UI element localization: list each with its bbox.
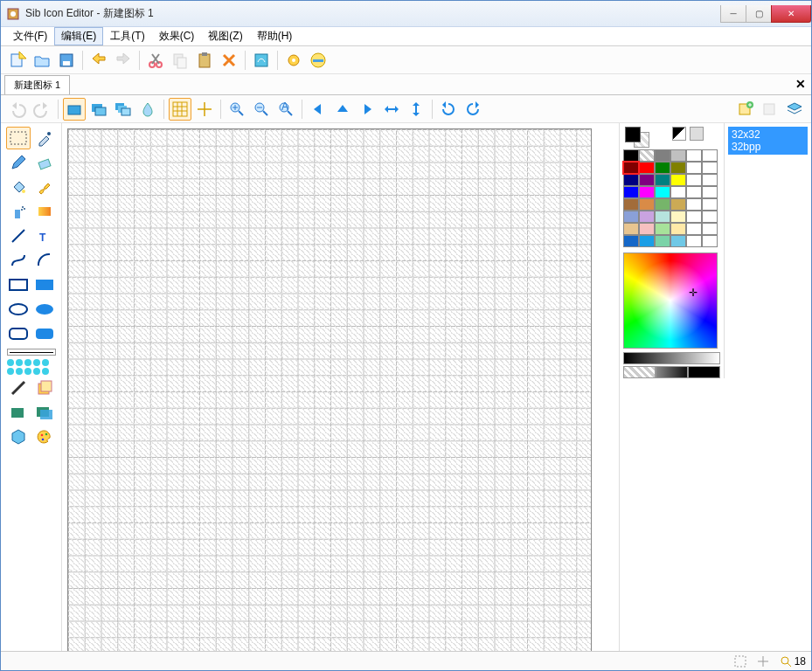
- droplet-icon[interactable]: [136, 98, 159, 121]
- menu-view[interactable]: 视图(Z): [201, 27, 249, 45]
- color-swatch[interactable]: [639, 186, 655, 198]
- color-swatch[interactable]: [670, 211, 686, 223]
- color-swatch[interactable]: [670, 198, 686, 211]
- tab-close-icon[interactable]: ✕: [795, 77, 806, 91]
- tool-arc[interactable]: [32, 249, 57, 272]
- tool-line[interactable]: [6, 225, 31, 247]
- pixel-canvas[interactable]: [67, 128, 592, 651]
- tool-crop1[interactable]: [6, 401, 31, 424]
- zoom-out-icon[interactable]: [250, 98, 273, 121]
- color-swatch[interactable]: [702, 198, 718, 211]
- color-swatch[interactable]: [623, 162, 639, 174]
- color-swatch[interactable]: [655, 235, 670, 247]
- color-swatch[interactable]: [702, 186, 718, 198]
- import-icon[interactable]: [87, 49, 110, 72]
- format-item[interactable]: 32x32 32bpp: [728, 127, 808, 155]
- alpha-slider[interactable]: [623, 366, 720, 378]
- crosshair-icon[interactable]: [193, 98, 216, 121]
- tool-roundrect-outline[interactable]: [6, 322, 31, 345]
- settings-icon[interactable]: [282, 49, 305, 72]
- color-swatch[interactable]: [686, 235, 702, 247]
- tool-select-rect[interactable]: [6, 127, 31, 149]
- arrow-left-icon[interactable]: [307, 98, 330, 121]
- color-swatch[interactable]: [702, 149, 718, 162]
- zoom-fit-icon[interactable]: A: [274, 98, 297, 121]
- color-swatch[interactable]: [670, 223, 686, 235]
- tool-palette[interactable]: [32, 425, 57, 448]
- arrow-horiz-icon[interactable]: [380, 98, 403, 121]
- color-swatch[interactable]: [686, 162, 702, 174]
- color-swatch[interactable]: [686, 149, 702, 162]
- color-swatch[interactable]: [639, 149, 655, 162]
- tool-ellipse-outline[interactable]: [6, 298, 31, 321]
- menu-tools[interactable]: 工具(T): [103, 27, 151, 45]
- color-swatch[interactable]: [655, 223, 670, 235]
- cut-icon[interactable]: [144, 49, 167, 72]
- line-width-selector[interactable]: [7, 349, 56, 356]
- color-spectrum[interactable]: ✛: [623, 252, 718, 349]
- color-swatch[interactable]: [623, 186, 639, 198]
- tool-rect-filled[interactable]: [32, 273, 57, 296]
- color-swatch[interactable]: [670, 149, 686, 162]
- color-swatch[interactable]: [655, 149, 670, 162]
- tool-roundrect-filled[interactable]: [32, 322, 57, 345]
- tool-pencil[interactable]: [6, 151, 31, 174]
- color-swatch[interactable]: [655, 174, 670, 186]
- color-swatch[interactable]: [639, 235, 655, 247]
- tool-text[interactable]: T: [32, 225, 57, 247]
- default-colors-icon[interactable]: [690, 127, 704, 141]
- color-swatch[interactable]: [639, 223, 655, 235]
- fg-bg-swatches[interactable]: [620, 123, 724, 148]
- close-button[interactable]: ✕: [771, 5, 811, 23]
- save-icon[interactable]: [55, 49, 78, 72]
- color-swatch[interactable]: [702, 235, 718, 247]
- rotate-right-icon[interactable]: [462, 98, 484, 121]
- zoom-in-icon[interactable]: [226, 98, 248, 121]
- rotate-left-icon[interactable]: [437, 98, 460, 121]
- add-format-icon[interactable]: [734, 98, 757, 121]
- menu-file[interactable]: 文件(F): [6, 27, 54, 45]
- layer3-icon[interactable]: [112, 98, 135, 121]
- new-icon[interactable]: [6, 49, 29, 72]
- tool-curve[interactable]: [6, 249, 31, 272]
- minimize-button[interactable]: ─: [720, 5, 746, 23]
- tool-stamp[interactable]: [6, 377, 31, 399]
- grid-icon[interactable]: [169, 98, 191, 121]
- color-swatch[interactable]: [686, 223, 702, 235]
- color-swatch[interactable]: [670, 162, 686, 174]
- color-swatch[interactable]: [655, 186, 670, 198]
- tool-rect-outline[interactable]: [6, 273, 31, 296]
- color-swatch[interactable]: [655, 198, 670, 211]
- effects-icon[interactable]: [250, 49, 273, 72]
- color-swatch[interactable]: [639, 198, 655, 211]
- color-swatch[interactable]: [686, 198, 702, 211]
- color-swatch[interactable]: [623, 211, 639, 223]
- tool-3d[interactable]: [32, 377, 57, 399]
- color-swatch[interactable]: [670, 174, 686, 186]
- tool-crop2[interactable]: [32, 401, 57, 424]
- maximize-button[interactable]: ▢: [746, 5, 772, 23]
- tab-active[interactable]: 新建图标 1: [4, 75, 70, 94]
- color-swatch[interactable]: [623, 223, 639, 235]
- color-swatch[interactable]: [686, 211, 702, 223]
- tool-cube[interactable]: [6, 425, 31, 448]
- swap-colors-icon[interactable]: [672, 127, 686, 141]
- color-swatch[interactable]: [639, 162, 655, 174]
- tool-ellipse-filled[interactable]: [32, 298, 57, 321]
- tool-eraser[interactable]: [32, 151, 57, 174]
- color-swatch[interactable]: [655, 162, 670, 174]
- color-swatch[interactable]: [639, 211, 655, 223]
- menu-help[interactable]: 帮助(H): [250, 27, 300, 45]
- layer1-icon[interactable]: [63, 98, 86, 121]
- open-icon[interactable]: [31, 49, 53, 72]
- layers-panel-icon[interactable]: [783, 98, 806, 121]
- color-swatch[interactable]: [670, 235, 686, 247]
- menu-effects[interactable]: 效果(C): [152, 27, 202, 45]
- color-swatch[interactable]: [655, 211, 670, 223]
- tool-brush[interactable]: [32, 176, 57, 198]
- color-swatch[interactable]: [702, 211, 718, 223]
- layer2-icon[interactable]: [87, 98, 110, 121]
- color-swatch[interactable]: [623, 174, 639, 186]
- brightness-slider[interactable]: [623, 352, 720, 364]
- tool-gradient[interactable]: [32, 200, 57, 223]
